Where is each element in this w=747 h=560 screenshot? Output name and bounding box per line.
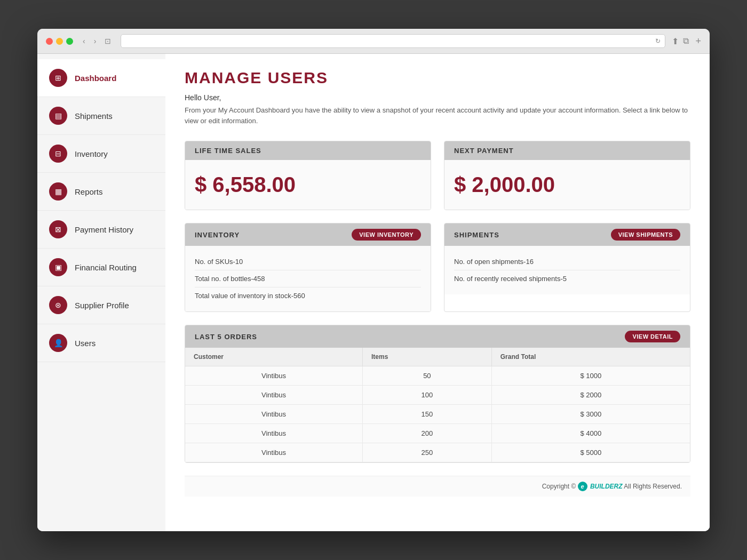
cell-customer-1: Vintibus: [185, 386, 363, 405]
greeting-text: Hello User,: [185, 93, 690, 102]
stats-row: LIFE TIME SALES $ 6,558.00 NEXT PAYMENT …: [185, 141, 690, 210]
browser-window: ‹ › ⊡ ↻ ⬆ ⧉ + ⊞ Dashboard ▤ Shipments ⊟: [37, 29, 710, 531]
next-payment-value: $ 2,000.00: [454, 173, 680, 197]
next-payment-card: NEXT PAYMENT $ 2,000.00: [444, 141, 690, 210]
sidebar-label-supplier-profile: Supplier Profile: [75, 301, 129, 310]
dashboard-icon: ⊞: [49, 69, 67, 87]
sidebar: ⊞ Dashboard ▤ Shipments ⊟ Inventory ▦ Re…: [37, 54, 165, 531]
share-icon[interactable]: ⬆: [672, 36, 679, 46]
shipments-line-1: No. of open shipments-16: [454, 253, 680, 270]
table-row: Vintibus 50 $ 1000: [185, 366, 690, 386]
sidebar-item-payment-history[interactable]: ⊠ Payment History: [37, 211, 165, 249]
tabs-icon[interactable]: ⧉: [683, 36, 689, 46]
inventory-card: INVENTORY VIEW INVENTORY No. of SKUs-10 …: [185, 223, 431, 312]
inventory-line-1: No. of SKUs-10: [195, 253, 421, 270]
view-shipments-button[interactable]: VIEW SHIPMENTS: [611, 229, 680, 241]
cell-items-1: 100: [363, 386, 492, 405]
back-button[interactable]: ‹: [80, 36, 89, 46]
nav-buttons: ‹ › ⊡: [80, 36, 114, 46]
table-row: Vintibus 250 $ 5000: [185, 443, 690, 462]
sidebar-item-shipments[interactable]: ▤ Shipments: [37, 97, 165, 135]
footer-brand: BUILDERZ: [590, 483, 623, 490]
next-payment-body: $ 2,000.00: [444, 160, 690, 210]
col-items: Items: [363, 348, 492, 366]
lifetime-sales-card: LIFE TIME SALES $ 6,558.00: [185, 141, 431, 210]
orders-header: LAST 5 ORDERS VIEW DETAIL: [185, 325, 690, 348]
col-customer: Customer: [185, 348, 363, 366]
inventory-icon: ⊟: [49, 145, 67, 163]
orders-table: Customer Items Grand Total Vintibus 50 $…: [185, 348, 690, 462]
sidebar-label-users: Users: [75, 339, 96, 348]
sidebar-item-financial-routing[interactable]: ▣ Financial Routing: [37, 249, 165, 286]
maximize-button[interactable]: [66, 38, 73, 45]
new-tab-button[interactable]: +: [695, 36, 701, 47]
toolbar-icons: ⬆ ⧉: [672, 36, 689, 46]
sidebar-item-reports[interactable]: ▦ Reports: [37, 173, 165, 211]
cell-total-2: $ 3000: [491, 405, 690, 424]
cell-customer-0: Vintibus: [185, 366, 363, 386]
main-content: MANAGE USERS Hello User, From your My Ac…: [165, 54, 710, 531]
supplier-profile-icon: ⊛: [49, 296, 67, 314]
users-icon: 👤: [49, 334, 67, 352]
shipments-card-body: No. of open shipments-16 No. of recently…: [444, 246, 690, 294]
sidebar-label-financial-routing: Financial Routing: [75, 263, 137, 272]
sidebar-item-dashboard[interactable]: ⊞ Dashboard: [37, 59, 165, 97]
inventory-card-header: INVENTORY VIEW INVENTORY: [185, 223, 431, 246]
sidebar-label-reports: Reports: [75, 187, 103, 196]
builderz-e-icon: e: [578, 482, 587, 491]
inventory-card-body: No. of SKUs-10 Total no. of bottles-458 …: [185, 246, 431, 311]
financial-routing-icon: ▣: [49, 258, 67, 276]
next-payment-header: NEXT PAYMENT: [444, 141, 690, 160]
sidebar-label-dashboard: Dashboard: [75, 74, 116, 83]
cell-items-2: 150: [363, 405, 492, 424]
shipments-icon: ▤: [49, 107, 67, 125]
footer-rights: All Rights Reserved.: [624, 483, 682, 490]
lifetime-sales-body: $ 6,558.00: [185, 160, 431, 210]
cell-total-1: $ 2000: [491, 386, 690, 405]
sidebar-label-payment-history: Payment History: [75, 225, 133, 234]
orders-card: LAST 5 ORDERS VIEW DETAIL Customer Items…: [185, 325, 690, 463]
browser-chrome: ‹ › ⊡ ↻ ⬆ ⧉ +: [37, 29, 710, 54]
sidebar-label-shipments: Shipments: [75, 111, 113, 121]
orders-tbody: Vintibus 50 $ 1000 Vintibus 100 $ 2000 V…: [185, 366, 690, 462]
forward-button[interactable]: ›: [91, 36, 100, 46]
cell-items-0: 50: [363, 366, 492, 386]
payment-history-icon: ⊠: [49, 220, 67, 238]
sidebar-label-inventory: Inventory: [75, 149, 108, 158]
shipments-card-header: SHIPMENTS VIEW SHIPMENTS: [444, 223, 690, 246]
cell-total-4: $ 5000: [491, 443, 690, 462]
col-grand-total: Grand Total: [491, 348, 690, 366]
info-row: INVENTORY VIEW INVENTORY No. of SKUs-10 …: [185, 223, 690, 312]
cell-customer-2: Vintibus: [185, 405, 363, 424]
lifetime-sales-header: LIFE TIME SALES: [185, 141, 431, 160]
app-container: ⊞ Dashboard ▤ Shipments ⊟ Inventory ▦ Re…: [37, 54, 710, 531]
reports-icon: ▦: [49, 182, 67, 201]
cell-items-3: 200: [363, 424, 492, 443]
table-header-row: Customer Items Grand Total: [185, 348, 690, 366]
inventory-line-3: Total value of inventory in stock-560: [195, 287, 421, 304]
address-bar[interactable]: ↻: [121, 34, 665, 48]
lifetime-sales-value: $ 6,558.00: [195, 173, 421, 197]
footer-copyright: Copyright ©: [542, 483, 576, 490]
cell-total-0: $ 1000: [491, 366, 690, 386]
footer: Copyright © e BUILDERZ All Rights Reserv…: [185, 476, 690, 497]
traffic-lights: [46, 38, 73, 45]
cell-customer-4: Vintibus: [185, 443, 363, 462]
close-button[interactable]: [46, 38, 53, 45]
inventory-line-2: Total no. of bottles-458: [195, 270, 421, 287]
cell-total-3: $ 4000: [491, 424, 690, 443]
sidebar-item-users[interactable]: 👤 Users: [37, 324, 165, 362]
view-inventory-button[interactable]: VIEW INVENTORY: [352, 229, 421, 241]
cell-items-4: 250: [363, 443, 492, 462]
sidebar-item-inventory[interactable]: ⊟ Inventory: [37, 135, 165, 173]
description-text: From your My Account Dashboard you have …: [185, 105, 690, 126]
inventory-card-title: INVENTORY: [195, 231, 240, 239]
orders-title: LAST 5 ORDERS: [195, 333, 257, 341]
shipments-card-title: SHIPMENTS: [454, 231, 499, 239]
minimize-button[interactable]: [56, 38, 63, 45]
reader-view-button[interactable]: ⊡: [101, 36, 114, 46]
refresh-icon[interactable]: ↻: [655, 37, 661, 45]
view-detail-button[interactable]: VIEW DETAIL: [625, 331, 680, 342]
sidebar-item-supplier-profile[interactable]: ⊛ Supplier Profile: [37, 286, 165, 324]
table-row: Vintibus 200 $ 4000: [185, 424, 690, 443]
